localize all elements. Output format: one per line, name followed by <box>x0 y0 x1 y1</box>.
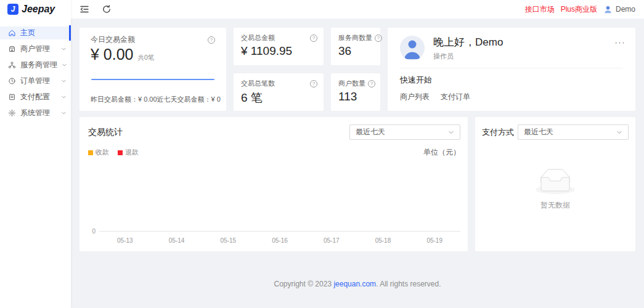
sidebar-item-system-mgmt[interactable]: 系统管理 <box>0 107 71 120</box>
chevron-down-icon <box>616 129 622 136</box>
empty-state: 暂无数据 <box>482 140 629 244</box>
total-amount-card: 交易总金额 ? ¥ 1109.95 <box>234 28 324 65</box>
main-content: 今日交易金额 ? ¥ 0.00 共0笔 昨日交易金额：¥ 0.00 近七天交易金… <box>71 18 644 308</box>
stat-title: 商户数量 <box>338 79 365 88</box>
pay-config-icon <box>8 93 16 101</box>
sidebar-item-label: 主页 <box>20 28 67 38</box>
sparkline-flat-line <box>91 79 214 80</box>
copyright-text: Copyright © 2023 <box>274 280 334 288</box>
jeequan-link[interactable]: jeequan.com <box>333 280 376 288</box>
selected-range: 最近七天 <box>524 127 553 137</box>
stat-cards-grid: 交易总金额 ? ¥ 1109.95 服务商数量 ? 36 交易总笔数 ? <box>234 28 380 111</box>
sidebar-item-pay-config[interactable]: 支付配置 <box>0 91 71 103</box>
today-sparkline-chart <box>91 63 215 95</box>
sidebar: J Jeepay 主页 商户管理 <box>0 0 71 308</box>
topbar-right: 接口市场 Plus商业版 Demo <box>525 4 635 15</box>
x-tick: 05-16 <box>254 237 306 244</box>
home-icon <box>8 29 16 37</box>
sidebar-item-merchant-mgmt[interactable]: 商户管理 <box>0 43 71 55</box>
x-tick: 05-15 <box>202 237 254 244</box>
sidebar-item-label: 系统管理 <box>20 108 57 118</box>
total-count-card: 交易总笔数 ? 6 笔 <box>234 73 324 111</box>
user-menu[interactable]: Demo <box>603 5 635 14</box>
merchant-list-link[interactable]: 商户列表 <box>400 92 430 102</box>
empty-box-icon <box>536 169 575 196</box>
today-amount-card: 今日交易金额 ? ¥ 0.00 共0笔 昨日交易金额：¥ 0.00 近七天交易金… <box>79 28 226 111</box>
app-logo-text: Jeepay <box>22 4 55 15</box>
selected-range: 最近七天 <box>356 127 385 137</box>
sidebar-item-provider-mgmt[interactable]: 服务商管理 <box>0 59 71 71</box>
sidebar-menu: 主页 商户管理 服务商管理 <box>0 18 71 120</box>
chevron-down-icon <box>61 110 67 116</box>
x-axis-line <box>99 231 460 232</box>
provider-count-card: 服务商数量 ? 36 <box>331 28 380 65</box>
refund-legend-swatch <box>118 150 123 155</box>
greeting-text-block: 晚上好，Demo 操作员 <box>433 35 503 61</box>
x-tick: 05-19 <box>409 237 460 244</box>
date-range-select[interactable]: 最近七天 <box>518 124 629 140</box>
stat-value: 113 <box>338 90 374 103</box>
x-tick: 05-18 <box>357 237 409 244</box>
cluster-icon <box>8 61 16 69</box>
app-logo[interactable]: J Jeepay <box>0 0 71 18</box>
stat-value: ¥ 1109.95 <box>241 44 317 58</box>
ellipsis-more-icon[interactable]: ··· <box>615 38 626 47</box>
topbar: 接口市场 Plus商业版 Demo <box>71 0 644 18</box>
sidebar-item-label: 商户管理 <box>20 44 57 54</box>
gear-icon <box>8 109 16 117</box>
chart-title: 交易统计 <box>88 127 123 138</box>
quick-links: 商户列表 支付订单 <box>400 92 623 102</box>
sidebar-item-home[interactable]: 主页 <box>0 26 71 39</box>
help-icon[interactable]: ? <box>208 36 215 44</box>
chevron-down-icon <box>62 62 67 68</box>
stat-title: 服务商数量 <box>338 33 372 43</box>
user-avatar-icon <box>603 5 613 14</box>
help-icon[interactable]: ? <box>368 80 375 87</box>
yesterday-amount: 昨日交易金额：¥ 0.00 <box>91 95 157 104</box>
payment-order-link[interactable]: 支付订单 <box>441 92 470 102</box>
menu-fold-icon[interactable] <box>79 4 89 14</box>
income-legend-swatch <box>88 150 93 155</box>
refresh-icon[interactable] <box>102 4 112 14</box>
payment-method-title: 支付方式 <box>482 127 514 138</box>
username: Demo <box>616 5 635 14</box>
user-role: 操作员 <box>433 52 503 61</box>
quick-start-title: 快速开始 <box>400 75 623 86</box>
rights-text: . All rights reserved. <box>376 280 441 288</box>
today-amount-value: ¥ 0.00 <box>91 46 134 63</box>
x-tick: 05-13 <box>99 237 151 244</box>
help-icon[interactable]: ? <box>375 34 382 42</box>
x-axis-labels: 05-13 05-14 05-15 05-16 05-17 05-18 05-1… <box>99 237 460 244</box>
chevron-down-icon <box>61 94 67 100</box>
sidebar-item-order-mgmt[interactable]: 订单管理 <box>0 75 71 87</box>
shop-icon <box>8 45 16 53</box>
plus-edition-link[interactable]: Plus商业版 <box>561 4 597 15</box>
date-range-select[interactable]: 最近七天 <box>349 124 460 140</box>
order-icon <box>8 77 16 85</box>
x-tick: 05-17 <box>306 237 357 244</box>
api-market-link[interactable]: 接口市场 <box>525 4 555 15</box>
today-count: 共0笔 <box>138 54 155 62</box>
jeepay-dashboard: J Jeepay 主页 商户管理 <box>0 0 644 308</box>
footer: Copyright © 2023 jeequan.com. All rights… <box>79 280 635 288</box>
greeting-card: 晚上好，Demo 操作员 ··· 快速开始 商户列表 支付订单 <box>388 28 635 111</box>
help-icon[interactable]: ? <box>310 80 317 87</box>
legend-income[interactable]: 收款 <box>88 148 109 157</box>
stat-value: 6 笔 <box>241 90 317 106</box>
week-amount: 近七天交易金额：¥ 0 <box>157 95 221 104</box>
chevron-down-icon <box>61 46 67 52</box>
stat-title: 交易总金额 <box>241 33 275 43</box>
merchant-count-card: 商户数量 ? 113 <box>331 73 380 111</box>
legend-refund[interactable]: 退款 <box>118 148 139 157</box>
chevron-down-icon <box>61 78 67 84</box>
sidebar-item-label: 支付配置 <box>20 92 57 102</box>
jeepay-logo-icon: J <box>7 4 18 15</box>
charts-row: 交易统计 最近七天 收款 退款 <box>79 117 635 251</box>
payment-method-card: 支付方式 最近七天 暂无数据 <box>475 117 635 251</box>
divider <box>400 68 623 68</box>
x-tick: 05-14 <box>151 237 203 244</box>
empty-text: 暂无数据 <box>540 200 570 211</box>
help-icon[interactable]: ? <box>310 34 317 42</box>
sidebar-item-label: 服务商管理 <box>20 60 57 70</box>
stat-title: 交易总笔数 <box>241 79 275 88</box>
